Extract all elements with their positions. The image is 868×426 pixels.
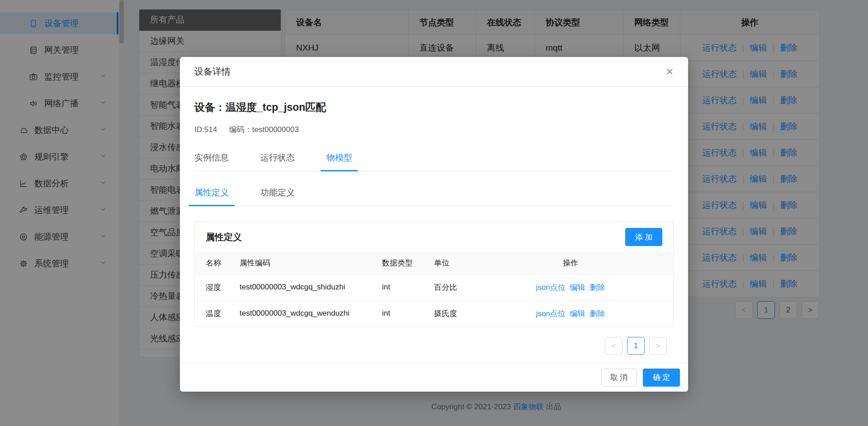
attr-type: int bbox=[371, 274, 423, 300]
modal-footer: 取 消 确 定 bbox=[180, 363, 688, 392]
prev-page-button[interactable]: < bbox=[605, 337, 623, 355]
device-id: ID:514 bbox=[194, 125, 217, 134]
column-header: 单位 bbox=[423, 252, 468, 274]
attr-unit: 摄氏度 bbox=[423, 300, 468, 327]
attribute-table: 名称属性编码数据类型单位操作 湿度test00000003_wdcgq_shid… bbox=[195, 252, 673, 327]
attr-name: 湿度 bbox=[195, 274, 229, 300]
attr-actions: json点位编辑删除 bbox=[468, 300, 673, 327]
next-page-button[interactable]: > bbox=[649, 337, 667, 355]
device-detail-modal: 设备详情 ✕ 设备：温湿度_tcp_json匹配 ID:514 编码：test0… bbox=[180, 57, 688, 392]
attr-type: int bbox=[371, 300, 423, 327]
modal-header: 设备详情 ✕ bbox=[180, 57, 688, 87]
json-point-link[interactable]: json点位 bbox=[536, 283, 565, 292]
attribute-card-title: 属性定义 bbox=[206, 231, 242, 243]
attr-code: test00000003_wdcgq_shiduzhi bbox=[229, 274, 371, 300]
column-header: 操作 bbox=[468, 252, 673, 274]
close-icon[interactable]: ✕ bbox=[665, 67, 674, 76]
cancel-button[interactable]: 取 消 bbox=[601, 369, 637, 387]
attribute-row: 温度test00000003_wdcgq_wenduzhiint摄氏度json点… bbox=[195, 300, 673, 327]
sub-tab-属性定义[interactable]: 属性定义 bbox=[194, 187, 229, 206]
confirm-button[interactable]: 确 定 bbox=[643, 369, 680, 387]
attribute-table-body: 湿度test00000003_wdcgq_shiduzhiint百分比json点… bbox=[195, 274, 673, 327]
tab-物模型[interactable]: 物模型 bbox=[326, 152, 352, 171]
modal-title: 设备详情 bbox=[194, 66, 231, 78]
tab-运行状态[interactable]: 运行状态 bbox=[260, 152, 295, 171]
page: 设备管理网关管理监控管理网络广播数据中心规则引擎数据分析运维管理能源管理系统管理… bbox=[0, 0, 868, 426]
delete-link[interactable]: 删除 bbox=[590, 309, 605, 318]
attr-unit: 百分比 bbox=[423, 274, 468, 300]
sub-tab-功能定义[interactable]: 功能定义 bbox=[260, 187, 295, 206]
attr-actions: json点位编辑删除 bbox=[468, 274, 673, 300]
attribute-table-head: 名称属性编码数据类型单位操作 bbox=[195, 252, 673, 274]
attr-name: 温度 bbox=[195, 300, 229, 327]
column-header: 数据类型 bbox=[371, 252, 423, 274]
add-button[interactable]: 添 加 bbox=[625, 228, 662, 246]
tab-实例信息[interactable]: 实例信息 bbox=[194, 152, 229, 171]
device-meta: ID:514 编码：test00000003 bbox=[194, 124, 674, 135]
attribute-pagination: <1> bbox=[194, 337, 667, 355]
modal-body: 设备：温湿度_tcp_json匹配 ID:514 编码：test00000003… bbox=[180, 100, 688, 355]
attribute-row: 湿度test00000003_wdcgq_shiduzhiint百分比json点… bbox=[195, 274, 673, 300]
column-header: 名称 bbox=[195, 252, 229, 274]
attribute-card-header: 属性定义 添 加 bbox=[195, 222, 673, 252]
device-code: 编码：test00000003 bbox=[229, 125, 299, 134]
edit-link[interactable]: 编辑 bbox=[570, 283, 585, 292]
column-header: 属性编码 bbox=[229, 252, 371, 274]
model-sub-tabs: 属性定义功能定义 bbox=[194, 187, 674, 206]
modal-tabs: 实例信息运行状态物模型 bbox=[194, 152, 674, 171]
json-point-link[interactable]: json点位 bbox=[536, 309, 565, 318]
delete-link[interactable]: 删除 bbox=[590, 283, 605, 292]
attr-code: test00000003_wdcgq_wenduzhi bbox=[229, 300, 371, 327]
device-title: 设备：温湿度_tcp_json匹配 bbox=[194, 100, 674, 114]
page-button-1[interactable]: 1 bbox=[627, 337, 645, 355]
edit-link[interactable]: 编辑 bbox=[570, 309, 585, 318]
attribute-definition-card: 属性定义 添 加 名称属性编码数据类型单位操作 湿度test00000003_w… bbox=[194, 222, 674, 327]
